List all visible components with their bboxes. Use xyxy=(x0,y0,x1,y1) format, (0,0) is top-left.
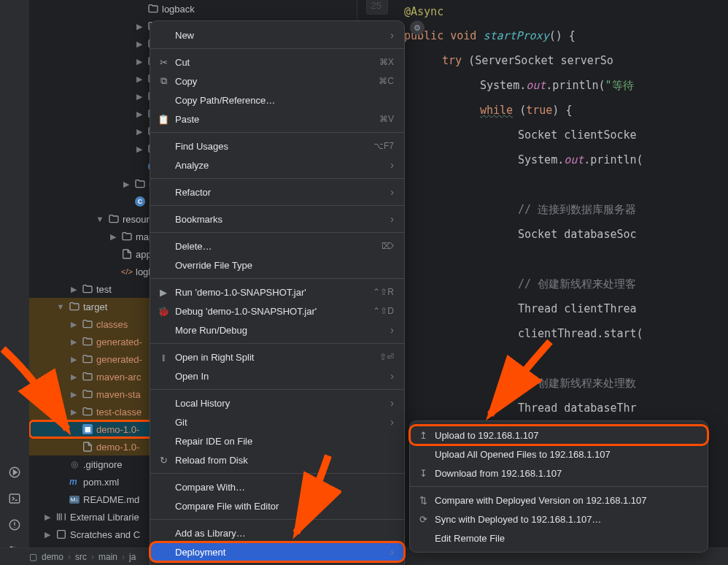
tree-item-label: classes xyxy=(96,319,128,330)
menu-item[interactable]: Diagrams› xyxy=(150,561,404,565)
menu-item-icon: 🐞 xyxy=(158,305,169,317)
menu-shortcut: ⌃⇧R xyxy=(373,287,394,297)
breadcrumb-item[interactable]: demo xyxy=(42,552,63,562)
annotation: @Async xyxy=(372,0,728,23)
code-line: // 连接到数据库服务器 xyxy=(372,197,728,222)
menu-item-icon xyxy=(158,416,169,428)
menu-item[interactable]: ↧Download from 192.168.1.107 xyxy=(410,464,708,483)
menu-item[interactable]: Bookmarks› xyxy=(150,210,404,228)
menu-item-label: Download from 192.168.1.107 xyxy=(435,468,697,479)
menu-item-icon xyxy=(417,532,429,544)
tree-item-label: test xyxy=(96,284,112,295)
menu-item[interactable]: Repair IDE on File xyxy=(150,431,404,450)
code-line: try (ServerSocket serverSo xyxy=(372,48,728,73)
menu-item[interactable]: ▶Run 'demo-1.0-SNAPSHOT.jar'⌃⇧R xyxy=(150,282,404,301)
menu-item[interactable]: Delete…⌦ xyxy=(150,237,404,255)
tree-item-label: target xyxy=(83,301,107,312)
menu-item-label: Open in Right Split xyxy=(175,352,373,363)
tree-item-label: External Librarie xyxy=(70,512,139,523)
menu-item[interactable]: ✂Cut⌘X xyxy=(150,53,404,72)
deployment-submenu[interactable]: ↥Upload to 192.168.1.107Upload All Opene… xyxy=(409,420,708,553)
context-menu[interactable]: New›✂Cut⌘X⧉Copy⌘CCopy Path/Reference…📋Pa… xyxy=(150,20,405,565)
menu-shortcut: ⌦ xyxy=(382,241,394,251)
menu-item[interactable]: Deployment› xyxy=(150,542,404,561)
terminal-icon[interactable] xyxy=(8,492,21,505)
menu-item[interactable]: Refactor› xyxy=(150,182,404,201)
left-gutter xyxy=(0,0,29,565)
menu-shortcut: ⌥F7 xyxy=(373,141,394,151)
breadcrumb-item[interactable]: ja xyxy=(129,552,136,562)
menu-item[interactable]: 🐞Debug 'demo-1.0-SNAPSHOT.jar'⌃⇧D xyxy=(150,301,404,320)
menu-item[interactable]: Local History› xyxy=(150,393,404,412)
gutter-action-icon[interactable]: ⚙ xyxy=(410,20,425,35)
code-line: public void startProxy() { xyxy=(372,23,728,48)
folder-icon xyxy=(82,336,93,347)
code-line: System.out.println( xyxy=(372,147,728,172)
menu-item-icon: ↧ xyxy=(417,467,429,479)
menu-item[interactable]: Open In› xyxy=(150,366,404,385)
tree-item-label: demo-1.0- xyxy=(96,424,139,435)
menu-item[interactable]: Add as Library… xyxy=(150,523,404,542)
chevron-icon: ▶ xyxy=(134,127,144,137)
menu-separator xyxy=(150,232,404,233)
menu-item[interactable]: Edit Remote File xyxy=(410,529,708,547)
folder-icon xyxy=(69,301,80,312)
menu-item-label: Git xyxy=(175,417,384,428)
menu-item[interactable]: ⟳Sync with Deployed to 192.168.1.107… xyxy=(410,510,708,529)
menu-item[interactable]: 📋Paste⌘V xyxy=(150,109,404,128)
code-line: while (true) { xyxy=(372,98,728,123)
menu-item-label: Run 'demo-1.0-SNAPSHOT.jar' xyxy=(175,287,367,298)
menu-item[interactable]: Compare File with Editor xyxy=(150,496,404,515)
folder-icon xyxy=(147,3,159,15)
md-icon: M↓ xyxy=(69,493,80,505)
tree-item-label: README.md xyxy=(83,494,139,505)
file-icon xyxy=(82,441,93,453)
menu-item-icon xyxy=(158,186,169,198)
chevron-icon: ▶ xyxy=(134,57,144,66)
menu-item[interactable]: More Run/Debug› xyxy=(150,320,404,339)
menu-shortcut: ⌃⇧D xyxy=(373,306,394,316)
menu-item[interactable]: New› xyxy=(150,26,404,45)
menu-separator xyxy=(150,519,404,520)
tree-item-label: generated- xyxy=(96,337,142,347)
breadcrumb-item[interactable]: main xyxy=(98,552,117,562)
menu-item[interactable]: ⧉Copy⌘C xyxy=(150,72,404,91)
menu-item[interactable]: ↥Upload to 192.168.1.107 xyxy=(410,426,708,445)
chevron-icon: ▶ xyxy=(69,285,79,294)
chevron-icon: ▶ xyxy=(108,232,118,242)
tree-item-label: Scratches and C xyxy=(70,529,140,540)
menu-item[interactable]: Analyze› xyxy=(150,155,404,174)
menu-shortcut: ⌘V xyxy=(379,114,394,124)
tree-item-label: logback xyxy=(162,4,195,15)
annotation-arrow-1 xyxy=(0,343,80,445)
run-icon[interactable] xyxy=(8,466,21,479)
menu-item-label: Override File Type xyxy=(175,260,394,271)
menu-item[interactable]: ↻Reload from Disk xyxy=(150,450,404,469)
menu-item[interactable]: Git› xyxy=(150,412,404,431)
m-icon: m xyxy=(69,476,80,488)
menu-item-label: Edit Remote File xyxy=(435,533,697,544)
menu-separator xyxy=(150,389,404,390)
menu-item[interactable]: Upload All Opened Files to 192.168.1.107 xyxy=(410,445,708,464)
submenu-arrow-icon: › xyxy=(390,397,394,409)
menu-item-icon xyxy=(158,435,169,447)
svg-rect-6 xyxy=(58,531,66,539)
menu-item[interactable]: Override File Type xyxy=(150,255,404,274)
menu-item[interactable]: ⫿Open in Right Split⇧⏎ xyxy=(150,347,404,366)
menu-item-icon xyxy=(158,527,169,539)
tree-item[interactable]: logback xyxy=(29,0,357,18)
folder-icon xyxy=(82,371,93,383)
menu-item[interactable]: Copy Path/Reference… xyxy=(150,91,404,109)
menu-item[interactable]: Compare With… xyxy=(150,477,404,496)
menu-item-icon: ✂ xyxy=(158,56,169,68)
submenu-arrow-icon: › xyxy=(390,29,394,41)
menu-item[interactable]: ⇅Compare with Deployed Version on 192.16… xyxy=(410,491,708,510)
menu-shortcut: ⌘X xyxy=(379,57,394,67)
menu-item[interactable]: Find Usages⌥F7 xyxy=(150,137,404,155)
breadcrumb-item[interactable]: src xyxy=(75,552,87,562)
menu-item-icon xyxy=(158,500,169,512)
menu-item-label: Repair IDE on File xyxy=(175,436,394,447)
jar-icon: ▦ xyxy=(82,423,93,435)
problems-icon[interactable] xyxy=(8,518,21,531)
folder-icon xyxy=(121,231,133,242)
